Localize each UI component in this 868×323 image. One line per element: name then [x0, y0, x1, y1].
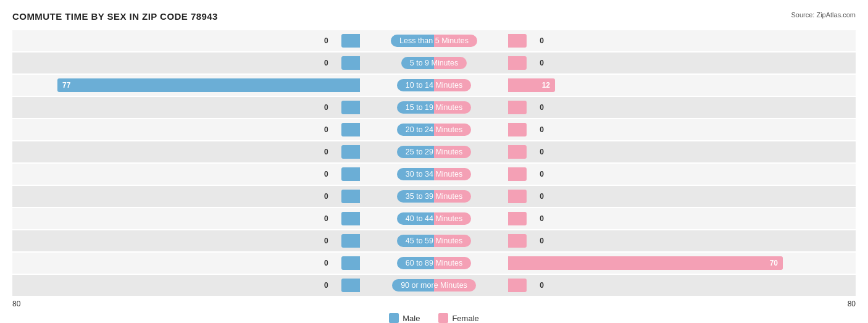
- bar-row: 0 20 to 24 Minutes 0: [12, 119, 856, 140]
- right-half: 0: [508, 99, 856, 115]
- left-half: 0: [12, 99, 360, 115]
- male-value-label: 0: [324, 59, 328, 67]
- bars-wrapper: 0 45 to 59 Minutes 0: [12, 230, 856, 251]
- category-pill: 10 to 14 Minutes: [397, 79, 471, 91]
- right-half: 0: [508, 166, 856, 182]
- male-value-label: 0: [324, 281, 328, 290]
- right-half: 0: [508, 122, 856, 138]
- left-half: 0: [12, 277, 360, 293]
- category-pill: 15 to 19 Minutes: [397, 101, 471, 114]
- bar-row: 0 60 to 89 Minutes 70: [12, 253, 856, 274]
- female-value-label: 0: [540, 281, 544, 290]
- bar-category-label: 25 to 29 Minutes: [360, 148, 508, 156]
- male-value-label: 0: [324, 214, 328, 223]
- left-half: 77: [12, 77, 360, 93]
- male-bar: 0: [341, 190, 360, 203]
- right-half: 0: [508, 144, 856, 160]
- bars-wrapper: 0 40 to 44 Minutes 0: [12, 208, 856, 229]
- left-half: 0: [12, 33, 360, 49]
- male-value-label: 0: [324, 170, 328, 178]
- female-value-label: 0: [540, 148, 544, 156]
- left-half: 0: [12, 55, 360, 71]
- bar-row: 0 15 to 19 Minutes 0: [12, 97, 856, 118]
- category-pill: 25 to 29 Minutes: [397, 146, 471, 158]
- female-bar: 0: [508, 212, 527, 225]
- right-half: 0: [508, 33, 856, 49]
- bar-category-label: 60 to 89 Minutes: [360, 259, 508, 267]
- bar-category-label: 15 to 19 Minutes: [360, 103, 508, 112]
- bar-row: 0 35 to 39 Minutes 0: [12, 186, 856, 207]
- female-bar: 0: [508, 56, 527, 70]
- male-value-label: 0: [324, 237, 328, 245]
- female-bar: 0: [508, 234, 527, 248]
- chart-area: 0 Less than 5 Minutes 0 0 5 to 9 Minutes: [12, 30, 856, 296]
- bars-wrapper: 77 10 to 14 Minutes 12: [12, 75, 856, 96]
- left-half: 0: [12, 122, 360, 138]
- bars-wrapper: 0 35 to 39 Minutes 0: [12, 186, 856, 207]
- bars-wrapper: 0 15 to 19 Minutes 0: [12, 97, 856, 118]
- female-value-label: 0: [540, 36, 544, 45]
- female-bar: 70: [508, 256, 783, 270]
- female-bar: 12: [508, 78, 555, 92]
- bar-category-label: 10 to 14 Minutes: [360, 81, 508, 90]
- male-bar: 0: [341, 34, 360, 48]
- bars-wrapper: 0 Less than 5 Minutes 0: [12, 30, 856, 51]
- female-swatch: [438, 313, 448, 323]
- left-half: 0: [12, 211, 360, 227]
- bar-category-label: 30 to 34 Minutes: [360, 170, 508, 178]
- bars-wrapper: 0 60 to 89 Minutes 70: [12, 253, 856, 274]
- bars-wrapper: 0 25 to 29 Minutes 0: [12, 141, 856, 162]
- female-bar: 0: [508, 145, 527, 159]
- right-half: 0: [508, 211, 856, 227]
- chart-title: COMMUTE TIME BY SEX IN ZIP CODE 78943: [12, 11, 856, 22]
- male-bar: 0: [341, 145, 360, 159]
- female-value-label: 0: [540, 237, 544, 245]
- bar-row: 0 Less than 5 Minutes 0: [12, 30, 856, 51]
- bars-wrapper: 0 90 or more Minutes 0: [12, 275, 856, 296]
- bar-category-label: 5 to 9 Minutes: [360, 59, 508, 67]
- bar-row: 0 30 to 34 Minutes 0: [12, 164, 856, 185]
- left-half: 0: [12, 188, 360, 204]
- bars-wrapper: 0 20 to 24 Minutes 0: [12, 119, 856, 140]
- x-axis-right: 80: [508, 300, 856, 308]
- source-label: Source: ZipAtlas.com: [791, 11, 856, 19]
- male-value-label: 0: [324, 259, 328, 267]
- male-bar: 0: [341, 167, 360, 181]
- male-bar: 0: [341, 123, 360, 136]
- female-value-label: 0: [540, 214, 544, 223]
- male-bar: 0: [341, 279, 360, 292]
- category-pill: 20 to 24 Minutes: [397, 124, 471, 136]
- x-axis: 80 80: [12, 300, 856, 308]
- female-value-label: 0: [540, 125, 544, 134]
- female-bar: 0: [508, 34, 527, 48]
- category-pill: 30 to 34 Minutes: [397, 168, 471, 180]
- bar-row: 77 10 to 14 Minutes 12: [12, 75, 856, 96]
- x-axis-left: 80: [12, 300, 360, 308]
- bar-category-label: 20 to 24 Minutes: [360, 125, 508, 134]
- chart-container: COMMUTE TIME BY SEX IN ZIP CODE 78943 So…: [0, 0, 868, 323]
- legend: Male Female: [12, 313, 856, 323]
- bar-category-label: 40 to 44 Minutes: [360, 214, 508, 223]
- category-pill: 45 to 59 Minutes: [397, 235, 471, 247]
- female-bar: 0: [508, 167, 527, 181]
- right-half: 12: [508, 77, 856, 93]
- bar-category-label: Less than 5 Minutes: [360, 36, 508, 45]
- right-half: 0: [508, 233, 856, 249]
- bar-row: 0 45 to 59 Minutes 0: [12, 230, 856, 251]
- male-swatch: [389, 313, 399, 323]
- category-pill: 40 to 44 Minutes: [397, 212, 471, 225]
- bar-row: 0 25 to 29 Minutes 0: [12, 141, 856, 162]
- bar-row: 0 40 to 44 Minutes 0: [12, 208, 856, 229]
- male-value-label: 0: [324, 36, 328, 45]
- bar-row: 0 5 to 9 Minutes 0: [12, 52, 856, 73]
- left-half: 0: [12, 255, 360, 271]
- male-value-label: 0: [324, 125, 328, 134]
- male-bar: 0: [341, 101, 360, 114]
- x-right-label: 80: [848, 300, 856, 308]
- legend-male: Male: [389, 313, 420, 323]
- female-value-label: 0: [540, 192, 544, 201]
- female-bar: 0: [508, 123, 527, 136]
- bars-wrapper: 0 30 to 34 Minutes 0: [12, 164, 856, 185]
- male-bar: 0: [341, 234, 360, 248]
- male-value-label: 0: [324, 192, 328, 201]
